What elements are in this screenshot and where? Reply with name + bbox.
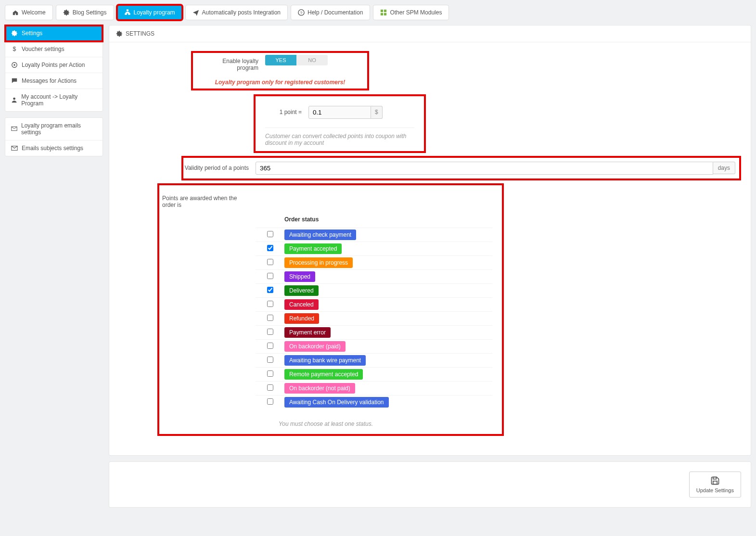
svg-text:?: ? bbox=[300, 11, 303, 15]
sidebar-item-settings[interactable]: Settings bbox=[5, 26, 103, 41]
tab-label: Welcome bbox=[22, 9, 46, 16]
target-icon bbox=[11, 62, 18, 68]
validity-input[interactable] bbox=[256, 162, 713, 175]
tab-other-spm-modules[interactable]: Other SPM Modules bbox=[373, 5, 449, 20]
sidebar-item-emails-subjects-settings[interactable]: Emails subjects settings bbox=[5, 140, 103, 156]
status-badge: Payment error bbox=[284, 327, 331, 338]
svg-point-8 bbox=[13, 64, 15, 66]
status-checkbox[interactable] bbox=[267, 384, 273, 391]
tab-label: Loyalty program bbox=[134, 9, 175, 16]
enable-toggle[interactable]: YES NO bbox=[265, 55, 328, 65]
sitemap-icon bbox=[124, 9, 131, 16]
status-row: Canceled bbox=[256, 297, 492, 311]
sidebar-item-label: Voucher settings bbox=[22, 46, 64, 52]
dollar-icon: $ bbox=[11, 46, 18, 52]
sidebar-item-label: Loyalty program emails settings bbox=[21, 122, 97, 136]
user-icon bbox=[11, 97, 17, 103]
cogs-icon bbox=[63, 9, 70, 16]
modules-icon bbox=[380, 9, 387, 16]
save-icon bbox=[710, 476, 720, 485]
update-label: Update Settings bbox=[696, 487, 734, 493]
svg-rect-13 bbox=[713, 481, 717, 485]
status-checkbox[interactable] bbox=[267, 343, 273, 349]
status-checkbox[interactable] bbox=[267, 273, 273, 279]
sidebar-item-voucher-settings[interactable]: $Voucher settings bbox=[5, 41, 103, 57]
must-choose-text: You must choose at least one status. bbox=[159, 421, 492, 427]
status-checkbox[interactable] bbox=[267, 231, 273, 237]
svg-text:$: $ bbox=[13, 46, 16, 52]
status-row: Awaiting Cash On Delivery validation bbox=[256, 395, 492, 409]
help-icon: ? bbox=[298, 9, 305, 16]
sidebar-item-loyalty-program-emails-settings[interactable]: Loyalty program emails settings bbox=[5, 118, 103, 140]
status-checkbox[interactable] bbox=[267, 370, 273, 377]
status-checkbox[interactable] bbox=[267, 259, 273, 265]
update-settings-button[interactable]: Update Settings bbox=[689, 472, 741, 498]
warn-text: Loyalty program only for registered cust… bbox=[203, 79, 358, 86]
status-checkbox[interactable] bbox=[267, 315, 273, 321]
tab-label: Automatically posts Integration bbox=[202, 9, 281, 16]
status-badge: Awaiting bank wire payment bbox=[284, 355, 366, 366]
panel-title: SETTINGS bbox=[126, 30, 154, 37]
status-row: Remote payment accepted bbox=[256, 367, 492, 381]
svg-rect-12 bbox=[713, 477, 717, 479]
top-tabs: WelcomeBlog SettingsLoyalty programAutom… bbox=[5, 5, 751, 20]
validity-section: Validity period of a points days bbox=[181, 156, 741, 180]
svg-rect-2 bbox=[381, 10, 383, 12]
point-label: 1 point = bbox=[265, 106, 308, 119]
validity-label: Validity period of a points bbox=[183, 162, 256, 174]
svg-rect-3 bbox=[384, 10, 386, 12]
toggle-yes[interactable]: YES bbox=[265, 55, 296, 65]
panel-title-row: SETTINGS bbox=[109, 26, 751, 42]
sidebar-item-my-account-loyalty-program[interactable]: My account -> Loyalty Program bbox=[5, 89, 103, 111]
status-checkbox[interactable] bbox=[267, 329, 273, 335]
envelope-icon bbox=[11, 126, 17, 132]
tab-label: Help / Documentation bbox=[308, 9, 363, 16]
status-row: Refunded bbox=[256, 311, 492, 325]
status-row: Awaiting check payment bbox=[256, 228, 492, 242]
svg-rect-4 bbox=[381, 13, 383, 15]
sidebar-item-loyalty-points-per-action[interactable]: Loyalty Points per Action bbox=[5, 57, 103, 73]
toggle-no[interactable]: NO bbox=[296, 55, 328, 65]
status-checkbox[interactable] bbox=[267, 357, 273, 363]
status-row: On backorder (paid) bbox=[256, 339, 492, 353]
cogs-icon bbox=[116, 30, 123, 37]
home-icon bbox=[12, 9, 19, 16]
status-badge: Awaiting Cash On Delivery validation bbox=[284, 397, 389, 408]
tab-label: Other SPM Modules bbox=[390, 9, 442, 16]
status-row: Delivered bbox=[256, 283, 492, 297]
status-badge: On backorder (paid) bbox=[284, 341, 346, 352]
sidebar-item-label: Settings bbox=[22, 30, 42, 37]
sidebar-item-label: Emails subjects settings bbox=[22, 145, 83, 152]
status-checkbox[interactable] bbox=[267, 398, 273, 405]
status-row: Payment error bbox=[256, 325, 492, 339]
sidebar-group-0: Settings$Voucher settingsLoyalty Points … bbox=[5, 25, 103, 112]
tab-help-documentation[interactable]: ?Help / Documentation bbox=[291, 5, 370, 20]
comment-icon bbox=[11, 77, 18, 84]
point-value-input[interactable] bbox=[308, 106, 371, 119]
status-checkbox[interactable] bbox=[267, 245, 273, 251]
enable-label: Enable loyalty program bbox=[203, 55, 265, 74]
sidebar-group-1: Loyalty program emails settingsEmails su… bbox=[5, 117, 103, 156]
cogs-icon bbox=[11, 30, 18, 37]
footer-panel: Update Settings bbox=[109, 461, 751, 508]
enable-section: Enable loyalty program YES NO Loyalty pr… bbox=[191, 51, 369, 90]
status-badge: Refunded bbox=[284, 313, 319, 324]
sidebar-item-messages-for-actions[interactable]: Messages for Actions bbox=[5, 73, 103, 89]
sidebar-item-label: Loyalty Points per Action bbox=[22, 62, 85, 68]
status-row: On backorder (not paid) bbox=[256, 381, 492, 395]
status-badge: Canceled bbox=[284, 299, 319, 310]
status-checkbox[interactable] bbox=[267, 301, 273, 307]
status-row: Payment accepted bbox=[256, 242, 492, 255]
status-row: Awaiting bank wire payment bbox=[256, 353, 492, 367]
point-value-section: 1 point = $ Customer can convert collect… bbox=[254, 94, 426, 153]
tab-automatically-posts-integration[interactable]: Automatically posts Integration bbox=[185, 5, 288, 20]
status-badge: Awaiting check payment bbox=[284, 230, 356, 240]
status-checkbox[interactable] bbox=[267, 287, 273, 293]
status-badge: Delivered bbox=[284, 285, 319, 296]
validity-unit: days bbox=[713, 162, 735, 174]
status-row: Processing in progress bbox=[256, 255, 492, 269]
tab-loyalty-program[interactable]: Loyalty program bbox=[117, 5, 182, 20]
tab-blog-settings[interactable]: Blog Settings bbox=[56, 5, 114, 20]
tab-welcome[interactable]: Welcome bbox=[5, 5, 53, 20]
status-badge: Shipped bbox=[284, 271, 315, 282]
